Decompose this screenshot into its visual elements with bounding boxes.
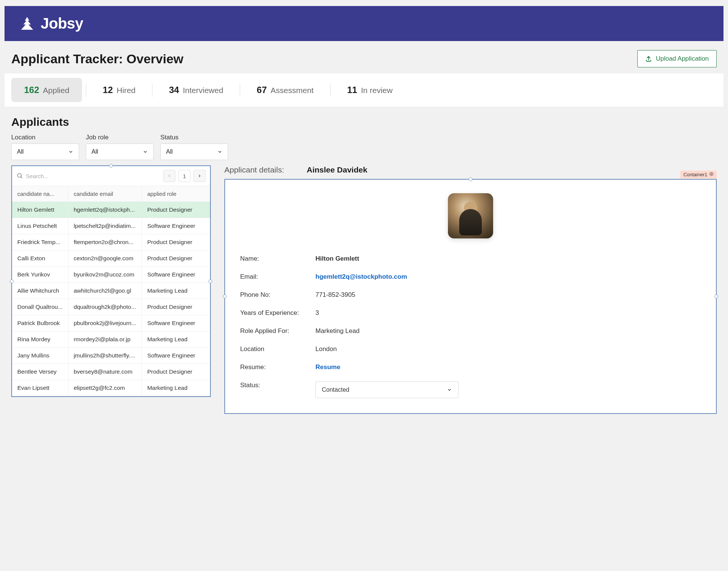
selection-handle-icon[interactable] xyxy=(714,295,718,298)
divider xyxy=(86,83,86,97)
cell-name: Evan Lipsett xyxy=(12,380,68,396)
upload-application-button[interactable]: Upload Application xyxy=(637,50,717,67)
selection-handle-icon[interactable] xyxy=(109,164,113,168)
filter-location-select[interactable]: All xyxy=(11,144,79,160)
cell-role: Product Designer xyxy=(142,250,210,267)
cell-email: hgemlett2q@istockph... xyxy=(68,202,142,218)
col-applied-role[interactable]: applied role xyxy=(142,186,210,202)
divider xyxy=(330,83,330,97)
brand-name: Jobsy xyxy=(41,15,83,32)
selection-handle-icon[interactable] xyxy=(223,295,227,298)
search-icon xyxy=(17,173,23,179)
cell-role: Marketing Lead xyxy=(142,283,210,299)
cell-email: bversey8@nature.com xyxy=(68,364,142,380)
detail-role-label: Role Applied For: xyxy=(240,327,315,335)
applicants-table-panel: 1 candidate na... candidate email applie… xyxy=(11,165,211,397)
chevron-down-icon xyxy=(143,149,148,154)
applicants-heading: Applicants xyxy=(11,116,717,128)
chevron-down-icon xyxy=(68,149,73,154)
selection-handle-icon[interactable] xyxy=(209,279,212,283)
stat-hired[interactable]: 12Hired xyxy=(90,78,148,102)
stat-label: In review xyxy=(361,86,393,95)
container-tag[interactable]: Container1 xyxy=(680,171,717,179)
cell-email: elipsett2g@fc2.com xyxy=(68,380,142,396)
stat-assessment[interactable]: 67Assessment xyxy=(244,78,326,102)
filter-jobrole-select[interactable]: All xyxy=(86,144,154,160)
table-row[interactable]: Donall Qualtrou...dqualtrough2k@photo...… xyxy=(12,299,210,315)
table-row[interactable]: Jany Mullinsjmullins2h@shutterfly....Sof… xyxy=(12,348,210,364)
search-input[interactable] xyxy=(26,173,160,179)
table-row[interactable]: Patrick Bulbrookpbulbrook2j@livejourn...… xyxy=(12,315,210,331)
filter-status-label: Status xyxy=(160,134,228,141)
cell-name: Berk Yurikov xyxy=(12,267,68,283)
chevron-down-icon xyxy=(447,387,452,392)
chevron-down-icon xyxy=(217,149,222,154)
cell-role: Software Engineer xyxy=(142,218,210,234)
detail-location-value: London xyxy=(315,345,701,353)
stat-applied[interactable]: 162Applied xyxy=(11,78,82,102)
filter-status-select[interactable]: All xyxy=(160,144,228,160)
applicant-details-name: Ainslee Davidek xyxy=(307,165,367,174)
page-title: Applicant Tracker: Overview xyxy=(11,52,183,66)
table-row[interactable]: Hilton Gemletthgemlett2q@istockph...Prod… xyxy=(12,202,210,218)
table-row[interactable]: Linus Petscheltlpetschelt2p@indiatim...S… xyxy=(12,218,210,234)
cell-email: byurikov2m@ucoz.com xyxy=(68,267,142,283)
detail-location-label: Location xyxy=(240,345,315,353)
stat-label: Applied xyxy=(43,86,69,95)
upload-icon xyxy=(645,55,652,62)
stat-count: 67 xyxy=(257,85,267,95)
table-row[interactable]: Friedrick Temp...ftemperton2o@chron...Pr… xyxy=(12,234,210,250)
detail-status-select[interactable]: Contacted xyxy=(315,382,458,398)
stat-interviewed[interactable]: 34Interviewed xyxy=(156,78,236,102)
stat-in-review[interactable]: 11In review xyxy=(334,78,405,102)
stat-label: Interviewed xyxy=(183,86,223,95)
cell-email: lpetschelt2p@indiatim... xyxy=(68,218,142,234)
applicant-details-panel: Name: Hilton Gemlett Email: hgemlett2q@i… xyxy=(224,179,717,414)
detail-email-label: Email: xyxy=(240,273,315,281)
selection-handle-icon[interactable] xyxy=(10,279,14,283)
detail-name-value: Hilton Gemlett xyxy=(315,255,701,263)
stat-count: 11 xyxy=(347,85,357,95)
detail-yoe-value: 3 xyxy=(315,309,701,317)
detail-resume-link[interactable]: Resume xyxy=(315,363,701,371)
cell-role: Software Engineer xyxy=(142,315,210,331)
cell-name: Donall Qualtrou... xyxy=(12,299,68,315)
pager-prev-button[interactable] xyxy=(163,170,175,182)
applicant-avatar xyxy=(448,193,493,238)
applicant-details-label: Applicant details: xyxy=(224,165,284,174)
pager-next-button[interactable] xyxy=(193,170,206,182)
table-row[interactable]: Allie Whitchurchawhitchurch2l@goo.glMark… xyxy=(12,283,210,299)
filter-jobrole-value: All xyxy=(91,148,98,155)
filter-location-label: Location xyxy=(11,134,79,141)
applicants-table: candidate na... candidate email applied … xyxy=(12,186,210,396)
filter-status-value: All xyxy=(166,148,173,155)
cell-name: Allie Whitchurch xyxy=(12,283,68,299)
cell-role: Marketing Lead xyxy=(142,380,210,396)
table-row[interactable]: Bentlee Verseybversey8@nature.comProduct… xyxy=(12,364,210,380)
stat-count: 162 xyxy=(24,85,39,95)
cell-role: Product Designer xyxy=(142,364,210,380)
table-row[interactable]: Berk Yurikovbyurikov2m@ucoz.comSoftware … xyxy=(12,267,210,283)
table-row[interactable]: Calli Extoncexton2n@google.comProduct De… xyxy=(12,250,210,267)
svg-line-4 xyxy=(21,177,22,178)
stats-bar: 162Applied12Hired34Interviewed67Assessme… xyxy=(5,73,723,107)
col-candidate-email[interactable]: candidate email xyxy=(68,186,142,202)
divider xyxy=(240,83,240,97)
cell-name: Rina Mordey xyxy=(12,331,68,348)
detail-email-value[interactable]: hgemlett2q@istockphoto.com xyxy=(315,273,701,281)
cell-email: cexton2n@google.com xyxy=(68,250,142,267)
col-candidate-name[interactable]: candidate na... xyxy=(12,186,68,202)
svg-point-3 xyxy=(18,174,21,177)
cell-name: Calli Exton xyxy=(12,250,68,267)
cell-role: Marketing Lead xyxy=(142,331,210,348)
table-row[interactable]: Rina Mordeyrmordey2i@plala.or.jpMarketin… xyxy=(12,331,210,348)
cell-email: ftemperton2o@chron... xyxy=(68,234,142,250)
cell-name: Jany Mullins xyxy=(12,348,68,364)
selection-handle-icon[interactable] xyxy=(469,177,472,181)
table-row[interactable]: Evan Lipsettelipsett2g@fc2.comMarketing … xyxy=(12,380,210,396)
stat-label: Hired xyxy=(117,86,136,95)
detail-phone-label: Phone No: xyxy=(240,291,315,299)
cell-email: jmullins2h@shutterfly.... xyxy=(68,348,142,364)
detail-yoe-label: Years of Experience: xyxy=(240,309,315,317)
detail-name-label: Name: xyxy=(240,255,315,263)
